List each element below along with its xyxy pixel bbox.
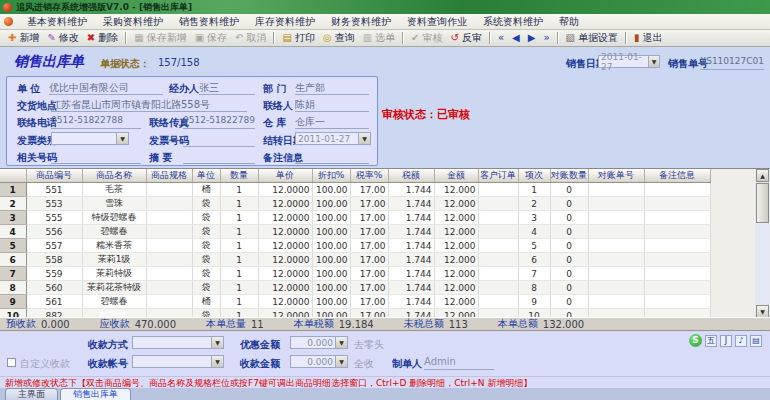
grid-cell-taxrate[interactable]: 17.00	[350, 239, 388, 253]
customer-field[interactable]: 优比中国有限公司	[49, 81, 163, 95]
grid-cell-tax[interactable]: 1.744	[388, 197, 434, 211]
doc-settings-button[interactable]: ▧单据设置	[562, 31, 622, 46]
col-header-name[interactable]: 商品名称	[82, 169, 146, 183]
grid-cell-check_no[interactable]	[588, 281, 644, 295]
grid-cell-check_no[interactable]	[588, 295, 644, 309]
grid-cell-code[interactable]: 559	[26, 267, 82, 281]
phone-field[interactable]: 0512-51822788	[51, 115, 141, 129]
discount-amount-field[interactable]: 0.000 ▼	[290, 336, 348, 349]
grid-cell-discount[interactable]: 100.00	[312, 239, 350, 253]
grid-cell-check_no[interactable]	[588, 197, 644, 211]
grid-cell-check_no[interactable]	[588, 267, 644, 281]
exit-button[interactable]: ▮退出	[630, 31, 667, 46]
col-header-price[interactable]: 单价	[258, 169, 312, 183]
grid-cell-taxrate[interactable]: 17.00	[350, 197, 388, 211]
col-header-unit[interactable]: 单位	[192, 169, 220, 183]
grid-cell-spec[interactable]	[146, 225, 192, 239]
grid-cell-cust_order[interactable]	[478, 197, 518, 211]
col-header-check_qty[interactable]: 对账数量	[550, 169, 588, 183]
grid-cell-name[interactable]: 雪珠	[82, 197, 146, 211]
pay-account-select[interactable]: ▼	[132, 355, 224, 368]
grid-cell-cust_order[interactable]	[478, 281, 518, 295]
grid-cell-name[interactable]: 碧螺春	[82, 225, 146, 239]
grid-cell-tax[interactable]: 1.744	[388, 253, 434, 267]
grid-cell-amount[interactable]: 12.000	[434, 295, 478, 309]
grid-cell-discount[interactable]: 100.00	[312, 197, 350, 211]
grid-cell-seq[interactable]: 7	[518, 267, 550, 281]
keyboard-icon[interactable]: ▤	[750, 335, 762, 347]
grid-cell-price[interactable]: 12.0000	[258, 197, 312, 211]
menu-item[interactable]: 系统资料维护	[475, 15, 551, 29]
bottom-tab[interactable]: 销售出库单	[60, 388, 131, 400]
grid-cell-check_qty[interactable]: 0	[550, 197, 588, 211]
row-number[interactable]: 9	[0, 295, 26, 309]
grid-cell-taxrate[interactable]: 17.00	[350, 225, 388, 239]
grid-cell-taxrate[interactable]: 17.00	[350, 295, 388, 309]
grid-cell-discount[interactable]: 100.00	[312, 253, 350, 267]
grid-cell-check_no[interactable]	[588, 239, 644, 253]
menu-item[interactable]: 帮助	[551, 15, 587, 29]
grid-cell-price[interactable]: 12.0000	[258, 183, 312, 197]
grid-cell-cust_order[interactable]	[478, 183, 518, 197]
chevron-down-icon[interactable]: ▼	[211, 337, 223, 348]
sale-date-select[interactable]: 2011-01-27 ▼	[598, 55, 660, 68]
invoice-no-field[interactable]	[183, 133, 255, 147]
grid-cell-check_qty[interactable]: 0	[550, 183, 588, 197]
grid-cell-taxrate[interactable]: 17.00	[350, 267, 388, 281]
nav-next-button[interactable]: ▶	[524, 31, 540, 46]
grid-cell-seq[interactable]: 2	[518, 197, 550, 211]
grid-cell-amount[interactable]: 12.000	[434, 253, 478, 267]
grid-cell-unit[interactable]: 桶	[192, 183, 220, 197]
grid-cell-check_no[interactable]	[588, 253, 644, 267]
grid-cell-discount[interactable]: 100.00	[312, 183, 350, 197]
grid-cell-discount[interactable]: 100.00	[312, 225, 350, 239]
add-button[interactable]: ✚新增	[4, 31, 43, 46]
grid-cell-taxrate[interactable]: 17.00	[350, 211, 388, 225]
custom-receipt-checkbox[interactable]	[7, 358, 16, 367]
grid-cell-spec[interactable]	[146, 281, 192, 295]
unapprove-button[interactable]: ↺反审	[447, 31, 486, 46]
grid-cell-cust_order[interactable]	[478, 267, 518, 281]
grid-cell-amount[interactable]: 12.000	[434, 267, 478, 281]
menu-item[interactable]: 基本资料维护	[19, 15, 95, 29]
grid-cell-code[interactable]: 557	[26, 239, 82, 253]
chevron-down-icon[interactable]: ▼	[358, 133, 370, 144]
grid-cell-amount[interactable]: 12.000	[434, 183, 478, 197]
col-header-check_no[interactable]: 对账单号	[588, 169, 644, 183]
grid-cell-discount[interactable]: 100.00	[312, 295, 350, 309]
col-header-seq[interactable]: 项次	[518, 169, 550, 183]
grid-cell-amount[interactable]: 12.000	[434, 211, 478, 225]
grid-cell-discount[interactable]: 100.00	[312, 281, 350, 295]
grid-cell-unit[interactable]: 桶	[192, 295, 220, 309]
remark-field[interactable]	[295, 150, 369, 164]
scrollbar-thumb[interactable]	[756, 183, 769, 223]
chevron-down-icon[interactable]: ▼	[335, 356, 347, 367]
grid-cell-seq[interactable]: 8	[518, 281, 550, 295]
grid-cell-tax[interactable]: 1.744	[388, 183, 434, 197]
grid-cell-tax[interactable]: 1.744	[388, 239, 434, 253]
grid-cell-seq[interactable]: 3	[518, 211, 550, 225]
abstract-field[interactable]	[183, 150, 255, 164]
sound-icon[interactable]: ♪	[735, 335, 747, 347]
grid-cell-price[interactable]: 12.0000	[258, 211, 312, 225]
grid-cell-price[interactable]: 12.0000	[258, 253, 312, 267]
menu-item[interactable]: 采购资料维护	[95, 15, 171, 29]
grid-cell-qty[interactable]: 1	[220, 253, 258, 267]
grid-cell-seq[interactable]: 5	[518, 239, 550, 253]
bottom-tab[interactable]: 主界面	[5, 388, 58, 400]
grid-cell-cust_order[interactable]	[478, 211, 518, 225]
grid-cell-code[interactable]: 553	[26, 197, 82, 211]
grid-cell-price[interactable]: 12.0000	[258, 239, 312, 253]
grid-cell-remark[interactable]	[644, 225, 710, 239]
contact-field[interactable]: 陈娟	[295, 98, 369, 112]
nav-first-button[interactable]: «	[494, 31, 508, 46]
grid-cell-unit[interactable]: 袋	[192, 197, 220, 211]
grid-cell-taxrate[interactable]: 17.00	[350, 281, 388, 295]
row-number[interactable]: 4	[0, 225, 26, 239]
sale-no-field[interactable]: XS110127C01	[700, 56, 764, 70]
grid-cell-name[interactable]: 茉莉特级	[82, 267, 146, 281]
grid-cell-price[interactable]: 12.0000	[258, 281, 312, 295]
grid-cell-remark[interactable]	[644, 239, 710, 253]
row-number[interactable]: 8	[0, 281, 26, 295]
row-number[interactable]: 6	[0, 253, 26, 267]
